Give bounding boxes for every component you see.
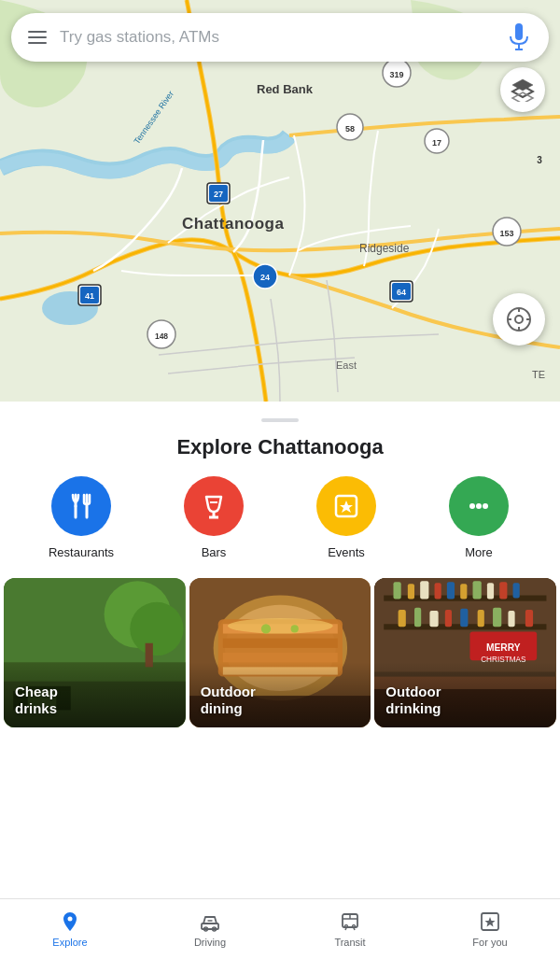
bars-icon [184,476,244,536]
svg-rect-88 [513,583,520,598]
svg-rect-84 [461,584,468,599]
transit-nav-icon [339,910,361,933]
svg-text:17: 17 [432,138,441,148]
events-icon [316,476,376,536]
svg-rect-83 [447,582,455,599]
svg-point-73 [290,625,298,632]
nav-for-you[interactable]: For you [420,903,560,955]
svg-rect-85 [473,581,482,599]
svg-text:Chattanooga: Chattanooga [182,215,284,233]
map-location-button[interactable] [493,293,545,346]
nav-explore[interactable]: Explore [0,903,140,955]
svg-text:58: 58 [345,124,355,134]
svg-point-57 [130,602,183,656]
search-placeholder[interactable]: Try gas stations, ATMs [60,28,506,47]
card-cheap-drinks[interactable]: Cheap drinks [4,578,186,727]
svg-point-51 [469,503,475,509]
bottom-nav: Explore Driving Tr [0,898,560,959]
svg-rect-31 [515,23,523,40]
map-layers-button[interactable] [500,67,545,112]
for-you-nav-label: For you [472,937,507,948]
svg-marker-116 [485,917,496,927]
svg-rect-68 [223,639,338,648]
driving-nav-label: Driving [194,937,226,948]
more-label: More [465,545,493,559]
cheap-drinks-label: Cheap drinks [15,684,58,719]
svg-text:24: 24 [260,273,270,282]
restaurants-icon [51,476,111,536]
driving-nav-icon [199,910,221,933]
explore-nav-label: Explore [52,937,87,948]
explore-section: Explore Chattanooga Restaurants [0,402,560,746]
nav-transit[interactable]: Transit [280,903,420,955]
svg-point-112 [353,925,356,928]
outdoor-drinking-label: Outdoor drinking [385,684,441,719]
svg-point-103 [68,917,73,922]
bars-label: Bars [202,545,227,559]
svg-text:East: East [336,360,357,371]
svg-rect-86 [487,583,494,599]
category-bars[interactable]: Bars [176,476,251,559]
svg-rect-96 [509,611,515,627]
svg-rect-80 [408,584,414,599]
svg-text:3: 3 [537,155,542,165]
categories-row: Restaurants Bars Events [0,476,560,578]
svg-point-53 [483,503,488,509]
photo-cards-row: Cheap drinks [0,578,560,746]
restaurants-label: Restaurants [49,545,114,559]
explore-nav-icon [59,910,81,933]
svg-point-38 [515,316,523,323]
events-label: Events [328,545,365,559]
search-bar[interactable]: Try gas stations, ATMs [11,13,549,62]
svg-rect-90 [414,608,421,627]
svg-marker-50 [340,501,353,513]
svg-rect-92 [445,610,452,627]
svg-text:MERRY: MERRY [486,642,521,653]
svg-line-113 [345,928,346,931]
svg-rect-82 [435,583,441,599]
svg-point-52 [476,503,482,509]
svg-text:64: 64 [397,288,406,297]
outdoor-dining-label: Outdoor dining [201,684,256,719]
category-events[interactable]: Events [309,476,384,559]
card-outdoor-dining[interactable]: Outdoor dining [189,578,371,727]
svg-line-114 [354,928,355,931]
svg-rect-95 [493,608,501,627]
svg-rect-81 [421,581,429,599]
svg-rect-91 [430,611,439,627]
svg-rect-87 [500,582,508,599]
menu-button[interactable] [28,27,47,48]
nav-driving[interactable]: Driving [140,903,280,955]
svg-text:148: 148 [155,331,168,341]
svg-text:27: 27 [214,190,223,199]
category-more[interactable]: More [441,476,516,559]
mic-button[interactable] [506,24,532,50]
svg-rect-93 [461,609,469,627]
map-view: 319 58 17 3 153 27 41 24 64 148 Chattano… [0,0,560,402]
svg-text:TE: TE [532,369,545,380]
svg-point-72 [261,624,271,633]
svg-point-111 [345,925,348,928]
svg-text:Ridgeside: Ridgeside [359,242,410,255]
svg-rect-89 [399,610,406,627]
for-you-nav-icon [479,910,501,933]
svg-text:319: 319 [389,70,403,79]
svg-text:153: 153 [499,229,513,238]
card-outdoor-drinking[interactable]: MERRY CHRISTMAS Outdoor drinking [374,578,556,727]
svg-text:41: 41 [85,291,94,301]
transit-nav-label: Transit [334,937,365,948]
more-icon [449,476,509,536]
svg-rect-79 [394,582,401,599]
category-restaurants[interactable]: Restaurants [44,476,119,559]
svg-text:Red Bank: Red Bank [257,82,314,96]
svg-point-71 [228,618,333,633]
svg-rect-94 [478,610,484,627]
explore-title: Explore Chattanooga [0,422,560,476]
svg-rect-69 [223,653,338,662]
svg-rect-97 [525,610,533,627]
